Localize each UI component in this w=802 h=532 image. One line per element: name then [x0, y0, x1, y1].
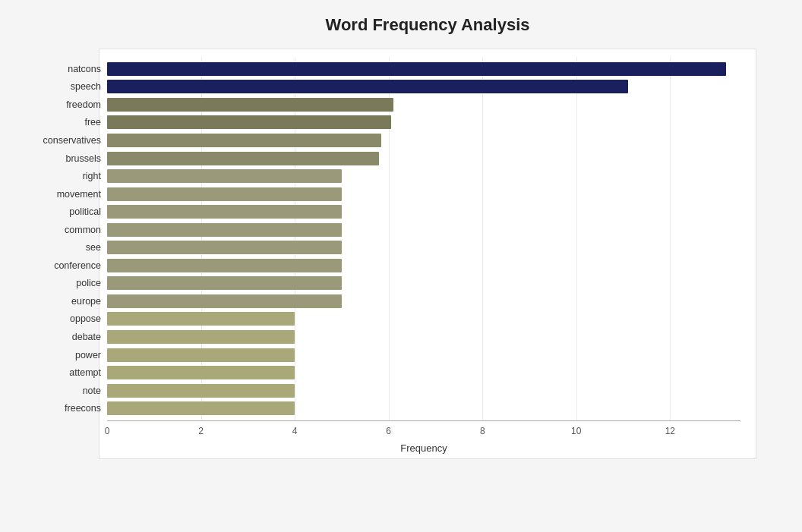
bar-label: attempt	[10, 367, 101, 378]
x-tick-label: 6	[386, 426, 391, 436]
bar	[107, 152, 379, 165]
bar-row: power	[107, 347, 740, 364]
bar	[107, 187, 342, 201]
bar-row: attempt	[107, 364, 740, 381]
bar-row: note	[107, 382, 740, 399]
bar-label: brussels	[10, 153, 101, 164]
bar	[107, 330, 295, 344]
bar-row: common	[107, 222, 740, 238]
bar-row: see	[107, 239, 740, 256]
bar-label: power	[10, 350, 101, 360]
bar-row: movement	[107, 186, 740, 203]
bar-row: police	[107, 275, 740, 291]
bar-label: speech	[10, 81, 101, 92]
bar-label: common	[10, 225, 101, 235]
bar	[107, 205, 342, 219]
bar-label: political	[10, 206, 101, 217]
bar-label: debate	[10, 332, 101, 342]
bar	[107, 98, 393, 112]
bar-label: free	[10, 117, 101, 127]
x-axis: Frequency 024681012	[107, 420, 740, 458]
bar-label: freedom	[10, 99, 101, 110]
bar-row: conference	[107, 257, 740, 274]
bar	[107, 312, 295, 326]
bar	[107, 62, 726, 76]
bar-row: freedom	[107, 96, 740, 113]
x-tick-label: 8	[480, 426, 485, 436]
bars-wrapper: natconsspeechfreedomfreeconservativesbru…	[99, 57, 756, 420]
bar	[107, 169, 342, 183]
x-tick-label: 12	[665, 426, 675, 436]
bar	[107, 384, 295, 398]
bar-row: europe	[107, 293, 740, 310]
bar	[107, 276, 342, 290]
bar	[107, 366, 295, 379]
bar	[107, 294, 342, 308]
bar-row: natcons	[107, 61, 740, 77]
bar	[107, 259, 342, 272]
chart-title: Word Frequency Analysis	[99, 15, 756, 35]
bar-row: conservatives	[107, 132, 740, 149]
bar-label: europe	[10, 296, 101, 307]
bar-label: conservatives	[10, 135, 101, 146]
bar-row: freecons	[107, 400, 740, 417]
bar-label: freecons	[10, 403, 101, 414]
bar-row: brussels	[107, 150, 740, 167]
bar-label: movement	[10, 189, 101, 200]
chart-container: Word Frequency Analysis natconsspeechfre…	[0, 0, 802, 532]
x-tick-label: 0	[105, 426, 110, 436]
bar	[107, 348, 295, 362]
bar-row: debate	[107, 329, 740, 345]
bar	[107, 241, 342, 254]
bar-row: speech	[107, 78, 740, 95]
bar-row: right	[107, 168, 740, 184]
bar	[107, 115, 391, 129]
bar-label: see	[10, 242, 101, 253]
bar-row: free	[107, 114, 740, 131]
bar-label: right	[10, 171, 101, 181]
bar	[107, 134, 381, 147]
x-tick-label: 2	[198, 426, 204, 436]
bar	[107, 223, 342, 237]
bar-label: oppose	[10, 313, 101, 324]
x-axis-label: Frequency	[400, 442, 447, 454]
bar-label: conference	[10, 260, 101, 271]
chart-area: natconsspeechfreedomfreeconservativesbru…	[99, 49, 756, 459]
x-tick-label: 10	[571, 426, 581, 436]
bar-label: natcons	[10, 64, 101, 74]
x-tick-label: 4	[292, 426, 298, 436]
bar-row: oppose	[107, 310, 740, 327]
bar	[107, 80, 628, 93]
bar-label: police	[10, 278, 101, 288]
bar	[107, 401, 295, 415]
bar-label: note	[10, 386, 101, 396]
bar-row: political	[107, 203, 740, 220]
